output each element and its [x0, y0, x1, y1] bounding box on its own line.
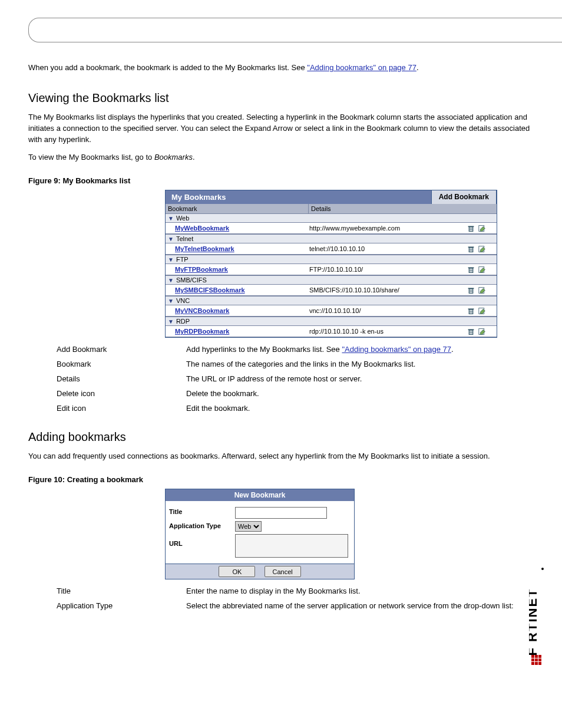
svg-rect-45 [538, 662, 541, 665]
ok-button[interactable]: OK [219, 566, 255, 577]
dialog-title: New Bookmark [166, 489, 354, 501]
add-bookmark-button[interactable]: Add Bookmark [431, 190, 497, 204]
svg-rect-44 [535, 662, 538, 665]
definition-row: TitleEnter the name to display in the My… [57, 587, 534, 595]
expand-arrow-icon[interactable]: ▼ [168, 277, 174, 284]
definition-row: BookmarkThe names of the categories and … [57, 360, 534, 368]
definition-term: Edit icon [57, 404, 186, 413]
panel-title: My Bookmarks [166, 190, 431, 204]
intro-link[interactable]: "Adding bookmarks" on page 77 [307, 63, 416, 72]
group-name: FTP [176, 256, 189, 263]
svg-rect-40 [531, 658, 534, 661]
fortinet-logo: F RTINET [529, 563, 544, 681]
svg-rect-43 [531, 662, 534, 665]
bookmarks-panel: My Bookmarks Add Bookmark Bookmark Detai… [165, 190, 497, 338]
group-row[interactable]: ▼Telnet [166, 234, 497, 243]
group-name: Telnet [176, 235, 193, 242]
para3a: To view the My Bookmarks list, go to [28, 153, 152, 162]
para3b: Bookmarks [154, 153, 193, 162]
bookmark-detail: rdp://10.10.10.10 -k en-us [307, 327, 451, 336]
edit-icon[interactable] [478, 286, 486, 294]
col-details: Details [309, 204, 497, 213]
bookmark-row: MyTelnetBookmarktelnet://10.10.10.10 [166, 243, 497, 255]
edit-icon[interactable] [478, 328, 486, 335]
group-row[interactable]: ▼VNC [166, 296, 497, 305]
group-row[interactable]: ▼FTP [166, 255, 497, 264]
bookmark-link[interactable]: MyTelnetBookmark [166, 244, 307, 253]
edit-icon[interactable] [478, 307, 486, 315]
edit-icon[interactable] [478, 245, 486, 253]
figure1-caption: Figure 9: My Bookmarks list [28, 176, 534, 185]
figure2-caption: Figure 10: Creating a bookmark [28, 475, 534, 484]
bookmark-row: MyVNCBookmarkvnc://10.10.10.10/ [166, 305, 497, 317]
group-name: RDP [176, 318, 190, 325]
new-bookmark-dialog: New Bookmark Title Application Type Web … [165, 489, 355, 579]
definition-row: Delete iconDelete the bookmark. [57, 389, 534, 398]
bookmark-row: MySMBCIFSBookmarkSMB/CIFS://10.10.10.10/… [166, 285, 497, 296]
definition-link[interactable]: "Adding bookmarks" on page 77 [342, 345, 451, 354]
expand-arrow-icon[interactable]: ▼ [168, 298, 174, 304]
bookmark-detail: telnet://10.10.10.10 [307, 244, 451, 253]
definition-row: Edit iconEdit the bookmark. [57, 404, 534, 413]
definition-desc: The URL or IP address of the remote host… [186, 374, 534, 383]
apptype-select[interactable]: Web [235, 521, 262, 532]
delete-icon[interactable] [467, 286, 475, 294]
url-label: URL [169, 534, 235, 547]
apptype-label: Application Type [169, 521, 235, 529]
delete-icon[interactable] [467, 225, 475, 232]
definition-desc: Edit the bookmark. [186, 404, 534, 413]
section-heading-add: Adding bookmarks [28, 430, 534, 444]
expand-arrow-icon[interactable]: ▼ [168, 215, 174, 222]
definition-desc: The names of the categories and the link… [186, 360, 534, 368]
delete-icon[interactable] [467, 266, 475, 274]
definition-desc: Add hyperlinks to the My Bookmarks list.… [186, 345, 534, 354]
intro-ref-a: My Bookmarks list. See [225, 63, 305, 72]
bookmark-link[interactable]: MyVNCBookmark [166, 306, 307, 315]
definition-desc: Enter the name to display in the My Book… [186, 587, 534, 595]
svg-rect-42 [538, 658, 541, 661]
group-row[interactable]: ▼SMB/CIFS [166, 275, 497, 285]
svg-rect-39 [538, 655, 541, 658]
bookmark-row: MyFTPBookmarkFTP://10.10.10.10/ [166, 264, 497, 275]
title-label: Title [169, 507, 235, 515]
definition-row: Add BookmarkAdd hyperlinks to the My Boo… [57, 345, 534, 354]
url-textarea[interactable] [235, 534, 348, 558]
svg-point-46 [541, 568, 544, 570]
expand-arrow-icon[interactable]: ▼ [168, 318, 174, 325]
svg-rect-41 [535, 658, 538, 661]
group-name: VNC [176, 297, 190, 304]
delete-icon[interactable] [467, 307, 475, 315]
group-name: SMB/CIFS [176, 276, 207, 284]
definition-term: Delete icon [57, 389, 186, 398]
definition-row: DetailsThe URL or IP address of the remo… [57, 374, 534, 383]
expand-arrow-icon[interactable]: ▼ [168, 236, 174, 242]
bookmark-detail: SMB/CIFS://10.10.10.10/share/ [307, 285, 451, 295]
edit-icon[interactable] [478, 225, 486, 232]
definition-desc: Select the abbreviated name of the serve… [186, 601, 534, 610]
bookmark-link[interactable]: MySMBCIFSBookmark [166, 285, 307, 295]
intro-paragraph: When you add a bookmark, the bookmark is… [28, 62, 534, 74]
intro-text: When you add a bookmark, the bookmark is… [28, 63, 223, 72]
paragraph-2: The My Bookmarks list displays the hyper… [28, 112, 534, 146]
bookmark-link[interactable]: MyFTPBookmark [166, 265, 307, 274]
paragraph-3: To view the My Bookmarks list, go to Boo… [28, 152, 534, 163]
group-name: Web [176, 215, 189, 222]
definition-term: Bookmark [57, 360, 186, 368]
edit-icon[interactable] [478, 266, 486, 274]
delete-icon[interactable] [467, 328, 475, 335]
definition-row: Application TypeSelect the abbreviated n… [57, 601, 534, 610]
intro-ref-b: . [416, 63, 419, 72]
title-input[interactable] [235, 507, 327, 519]
bookmark-link[interactable]: MyWebBookmark [166, 223, 307, 233]
bookmark-link[interactable]: MyRDPBookmark [166, 327, 307, 336]
bookmark-detail: FTP://10.10.10.10/ [307, 265, 451, 274]
expand-arrow-icon[interactable]: ▼ [168, 256, 174, 263]
col-bookmark: Bookmark [166, 204, 309, 213]
definition-term: Details [57, 374, 186, 383]
delete-icon[interactable] [467, 245, 475, 253]
group-row[interactable]: ▼Web [166, 213, 497, 223]
definition-term: Application Type [57, 601, 186, 610]
group-row[interactable]: ▼RDP [166, 317, 497, 326]
svg-rect-37 [531, 655, 534, 658]
cancel-button[interactable]: Cancel [265, 566, 301, 577]
